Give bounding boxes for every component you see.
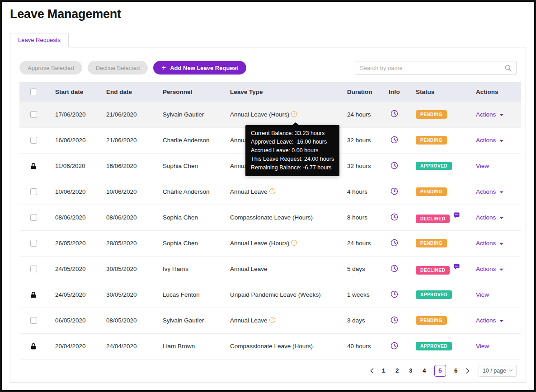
leave-balance-tooltip: Current Balance: 33.23 hours Approved Le… <box>245 125 339 176</box>
actions-menu-button[interactable]: Actions <box>476 111 503 118</box>
prev-page-button[interactable] <box>369 368 375 373</box>
column-header: Personnel <box>163 82 230 102</box>
table-row: 06/05/202008/05/2020Sylvain GautierAnnua… <box>19 308 521 333</box>
status-badge: PENDING <box>416 316 447 325</box>
leave-management-page: Leave Management Leave Requests Approve … <box>0 0 536 392</box>
approve-selected-button[interactable]: Approve Selected <box>19 61 82 75</box>
table-row: 20/04/202024/04/2020Liam BrownCompassion… <box>19 333 521 359</box>
actions-menu-button[interactable]: Actions <box>476 137 503 144</box>
history-clock-icon[interactable] <box>390 136 398 144</box>
leave-type-cell: Annual Leave (Hours)i <box>230 230 347 256</box>
search-input[interactable] <box>360 65 505 71</box>
page-size-select[interactable]: 10 / page <box>479 365 517 377</box>
info-icon[interactable]: i <box>291 240 297 246</box>
row-checkbox[interactable] <box>30 317 37 324</box>
page-button[interactable]: 2 <box>394 367 401 374</box>
table-row: 24/05/202030/05/2020Lucas FentonUnpaid P… <box>19 282 521 308</box>
add-new-leave-request-label: Add New Leave Request <box>170 65 238 71</box>
actions-cell: Actions <box>476 256 521 282</box>
leave-requests-panel: Approve Selected Decline Selected + Add … <box>10 47 526 383</box>
actions-menu-button[interactable]: Actions <box>476 266 503 272</box>
table-row: 24/05/202030/05/2020Ivy HarrisAnnual Lea… <box>19 256 521 282</box>
row-checkbox[interactable] <box>30 188 37 195</box>
view-link[interactable]: View <box>476 163 489 169</box>
history-clock-icon[interactable] <box>390 342 398 350</box>
table-row: 17/06/202021/06/2020Sylvain GautierAnnua… <box>19 102 521 127</box>
caret-down-icon <box>499 140 503 142</box>
actions-cell: View <box>476 282 521 308</box>
status-badge: PENDING <box>416 187 447 196</box>
duration-cell: 24 hours <box>347 102 389 127</box>
actions-menu-button[interactable]: Actions <box>476 188 503 195</box>
decline-selected-button[interactable]: Decline Selected <box>88 61 148 75</box>
info-icon[interactable]: i <box>269 188 275 194</box>
personnel-cell: Sophia Chen <box>163 230 230 256</box>
history-clock-icon[interactable] <box>390 265 398 272</box>
leave-type-cell: Annual Leave <box>230 256 347 282</box>
start-date-cell: 24/05/2020 <box>55 256 106 282</box>
lock-icon <box>30 343 37 350</box>
leave-type-cell: Compassionate Leave (Hours) <box>230 333 347 359</box>
personnel-cell: Sylvain Gautier <box>163 102 230 127</box>
view-link[interactable]: View <box>476 291 489 298</box>
page-button[interactable]: 4 <box>421 367 428 374</box>
status-cell: PENDING <box>416 102 476 127</box>
chevron-down-icon <box>509 369 512 372</box>
next-page-button[interactable] <box>465 368 470 373</box>
actions-cell: View <box>476 333 521 359</box>
lock-icon <box>30 291 37 299</box>
actions-menu-button[interactable]: Actions <box>476 214 503 221</box>
row-checkbox[interactable] <box>30 111 37 118</box>
pagination: 123456 10 / page <box>19 365 517 377</box>
column-header: Info <box>389 82 416 102</box>
comment-icon[interactable] <box>453 212 460 219</box>
actions-cell: Actions <box>476 179 521 205</box>
start-date-cell: 20/04/2020 <box>55 333 106 359</box>
comment-icon[interactable] <box>453 264 460 270</box>
personnel-cell: Liam Brown <box>163 333 230 359</box>
status-cell: DECLINED <box>416 256 476 282</box>
page-size-label: 10 / page <box>483 368 506 374</box>
history-clock-icon[interactable] <box>390 110 398 117</box>
caret-down-icon <box>499 114 503 117</box>
info-cell <box>389 308 416 333</box>
row-checkbox[interactable] <box>30 214 37 221</box>
page-button[interactable]: 6 <box>452 367 460 374</box>
caret-down-icon <box>499 268 503 271</box>
actions-menu-button[interactable]: Actions <box>476 317 503 324</box>
history-clock-icon[interactable] <box>390 316 398 324</box>
info-icon[interactable]: i <box>291 111 297 117</box>
search-icon[interactable] <box>505 65 512 71</box>
table-row: 10/06/202010/06/2020Charlie AndersonAnnu… <box>19 179 521 205</box>
history-clock-icon[interactable] <box>390 239 398 247</box>
duration-cell: 32 hours <box>347 153 389 179</box>
actions-menu-button[interactable]: Actions <box>476 240 503 247</box>
page-button[interactable]: 3 <box>407 367 414 374</box>
history-clock-icon[interactable] <box>390 290 398 298</box>
actions-cell: Actions <box>476 127 521 153</box>
actions-cell: View <box>476 153 521 179</box>
status-badge: PENDING <box>416 136 447 145</box>
page-button[interactable]: 1 <box>380 367 387 374</box>
tab-bar: Leave Requests <box>10 33 534 47</box>
row-checkbox[interactable] <box>30 266 37 272</box>
row-checkbox[interactable] <box>30 240 37 247</box>
info-cell <box>389 333 416 359</box>
page-button[interactable]: 5 <box>434 365 446 377</box>
start-date-cell: 16/06/2020 <box>55 127 106 153</box>
start-date-cell: 11/06/2020 <box>55 153 106 179</box>
history-clock-icon[interactable] <box>390 213 398 221</box>
info-cell <box>389 256 416 282</box>
info-cell <box>389 153 416 179</box>
view-link[interactable]: View <box>476 343 489 350</box>
column-header: Start date <box>55 82 106 102</box>
select-all-checkbox[interactable] <box>30 89 37 95</box>
add-new-leave-request-button[interactable]: + Add New Leave Request <box>153 61 246 75</box>
row-checkbox[interactable] <box>30 137 37 144</box>
tab-leave-requests[interactable]: Leave Requests <box>10 33 69 47</box>
history-clock-icon[interactable] <box>390 162 398 169</box>
info-icon[interactable]: i <box>269 317 275 323</box>
personnel-cell: Charlie Anderson <box>163 127 230 153</box>
history-clock-icon[interactable] <box>390 187 398 195</box>
actions-cell: Actions <box>476 308 521 333</box>
